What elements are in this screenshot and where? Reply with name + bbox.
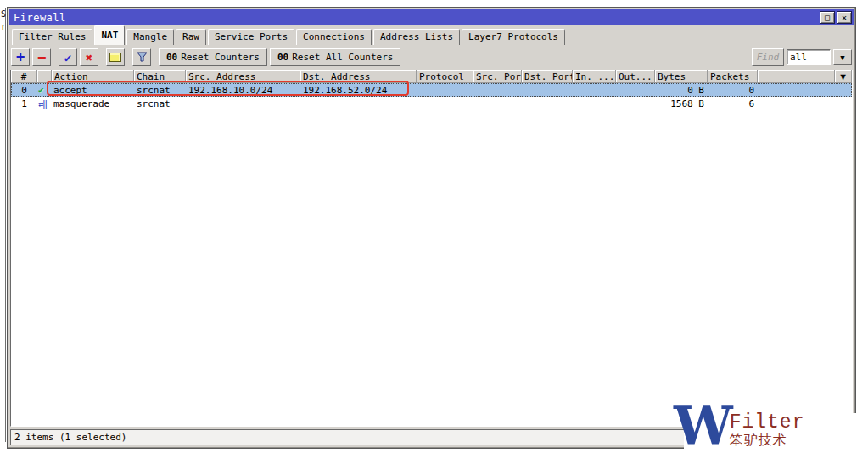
cell-bytes: 0 B xyxy=(655,85,708,96)
cell-packets: 0 xyxy=(708,85,758,96)
tab-label: Mangle xyxy=(133,31,167,42)
cell-number: 0 xyxy=(11,85,37,96)
background-text-fragment: r xyxy=(0,20,5,33)
minus-icon: − xyxy=(37,50,46,64)
chevron-down-icon: ▼ xyxy=(840,53,844,62)
wfilter-subtitle: 笨驴技术 xyxy=(730,432,805,448)
reset-all-counters-label: Reset All Counters xyxy=(292,52,393,63)
reset-counters-button[interactable]: 00 Reset Counters xyxy=(159,48,267,66)
disable-rule-button[interactable]: ✖ xyxy=(80,48,98,66)
column-header-dst-port[interactable]: Dst. Port xyxy=(522,70,573,83)
table-row[interactable]: 1 ⇄‖ masquerade srcnat 1568 B 6 xyxy=(11,97,852,110)
maximize-button[interactable]: □ xyxy=(820,11,835,24)
tab-nat[interactable]: NAT xyxy=(94,25,125,45)
tab-label: Connections xyxy=(303,31,365,42)
column-header-number[interactable]: # xyxy=(11,70,37,83)
column-header-chain[interactable]: Chain xyxy=(134,70,186,83)
column-header-dst-address[interactable]: Dst. Address xyxy=(300,70,417,83)
titlebar-buttons: □ ✕ xyxy=(820,11,852,24)
filter-scope-dropdown-button[interactable]: ▼ xyxy=(833,49,852,65)
wfilter-logo: W Filter 笨驴技术 xyxy=(674,401,804,450)
column-header-src-address[interactable]: Src. Address xyxy=(186,70,300,83)
tab-label: Filter Rules xyxy=(19,31,86,42)
titlebar[interactable]: Firewall □ ✕ xyxy=(9,9,854,25)
cell-action: masquerade xyxy=(52,98,134,109)
status-text: 2 items (1 selected) xyxy=(14,432,126,443)
window-title: Firewall xyxy=(14,12,66,24)
check-icon: ✔ xyxy=(64,52,71,64)
filter-button[interactable] xyxy=(132,48,151,66)
background-text-fragment: S xyxy=(0,8,5,20)
add-rule-button[interactable]: + xyxy=(11,48,30,66)
wfilter-watermark: W Filter 笨驴技术 xyxy=(684,413,868,453)
tab-label: Service Ports xyxy=(215,31,288,42)
table-row[interactable]: 0 ✔ accept srcnat 192.168.10.0/24 192.16… xyxy=(11,83,852,97)
column-header-in-interface[interactable]: In. ... xyxy=(573,70,616,83)
tab-strip: Filter Rules NAT Mangle Raw Service Port… xyxy=(9,25,854,45)
remove-rule-button[interactable]: − xyxy=(32,48,51,66)
plus-icon: + xyxy=(16,50,25,64)
wfilter-logo-text: Filter 笨驴技术 xyxy=(730,401,805,448)
reset-all-counters-prefix: 00 xyxy=(277,52,288,63)
chevron-down-icon: ▼ xyxy=(840,71,846,82)
tab-label: Layer7 Protocols xyxy=(468,31,558,42)
comment-button[interactable] xyxy=(106,48,125,66)
cell-chain: srcnat xyxy=(134,98,186,109)
enable-rule-button[interactable]: ✔ xyxy=(59,48,77,66)
cross-icon: ✖ xyxy=(86,52,92,64)
wfilter-brand: Filter xyxy=(730,413,805,432)
reset-counters-label: Reset Counters xyxy=(181,52,260,63)
accept-check-icon: ✔ xyxy=(37,85,52,96)
cell-packets: 6 xyxy=(708,98,758,109)
tab-mangle[interactable]: Mangle xyxy=(126,29,174,45)
close-button[interactable]: ✕ xyxy=(837,11,852,24)
wfilter-w-icon: W xyxy=(674,401,733,450)
find-button[interactable]: Find xyxy=(752,48,784,66)
comment-note-icon xyxy=(109,53,121,62)
cell-action: accept xyxy=(52,85,134,96)
column-header-action[interactable]: Action xyxy=(52,70,134,83)
background-window-sliver: S r xyxy=(0,8,6,442)
cell-bytes: 1568 B xyxy=(655,98,708,109)
tab-layer7-protocols[interactable]: Layer7 Protocols xyxy=(462,29,565,45)
cell-chain: srcnat xyxy=(134,85,186,96)
close-icon: ✕ xyxy=(842,13,847,22)
filter-scope-dropdown[interactable]: all xyxy=(787,49,831,65)
column-picker-button[interactable]: ▼ xyxy=(835,70,852,83)
cell-number: 1 xyxy=(11,98,37,109)
column-header-src-port[interactable]: Src. Port xyxy=(473,70,522,83)
cell-src-address: 192.168.10.0/24 xyxy=(186,85,300,96)
reset-counters-prefix: 00 xyxy=(166,52,177,63)
filter-scope-value: all xyxy=(790,52,807,63)
table-header-row: # Action Chain Src. Address Dst. Address… xyxy=(11,70,852,83)
tab-label: NAT xyxy=(101,30,118,41)
toolbar: + − ✔ ✖ 00 Reset Counters 00 Reset All C… xyxy=(9,45,854,69)
nat-rules-table: # Action Chain Src. Address Dst. Address… xyxy=(10,70,853,427)
column-header-packets[interactable]: Packets xyxy=(708,70,758,83)
tab-service-ports[interactable]: Service Ports xyxy=(208,29,294,45)
tab-connections[interactable]: Connections xyxy=(296,29,372,45)
column-header-icon[interactable] xyxy=(37,70,52,83)
tab-label: Address Lists xyxy=(380,31,453,42)
find-label: Find xyxy=(757,52,780,63)
firewall-window: Firewall □ ✕ Filter Rules NAT Mangle Raw… xyxy=(7,7,856,449)
cell-dst-address: 192.168.52.0/24 xyxy=(300,85,417,96)
maximize-icon: □ xyxy=(825,13,830,22)
tab-label: Raw xyxy=(182,31,199,42)
column-header-bytes[interactable]: Bytes xyxy=(655,70,708,83)
tab-filter-rules[interactable]: Filter Rules xyxy=(12,29,92,45)
masquerade-arrows-icon: ⇄‖ xyxy=(37,98,52,109)
funnel-icon xyxy=(137,52,148,63)
column-header-out-interface[interactable]: Out.... xyxy=(616,70,655,83)
column-header-protocol[interactable]: Protocol xyxy=(417,70,473,83)
tab-address-lists[interactable]: Address Lists xyxy=(373,29,460,45)
column-header-filler xyxy=(758,70,835,83)
tab-raw[interactable]: Raw xyxy=(176,29,206,45)
reset-all-counters-button[interactable]: 00 Reset All Counters xyxy=(270,48,400,66)
